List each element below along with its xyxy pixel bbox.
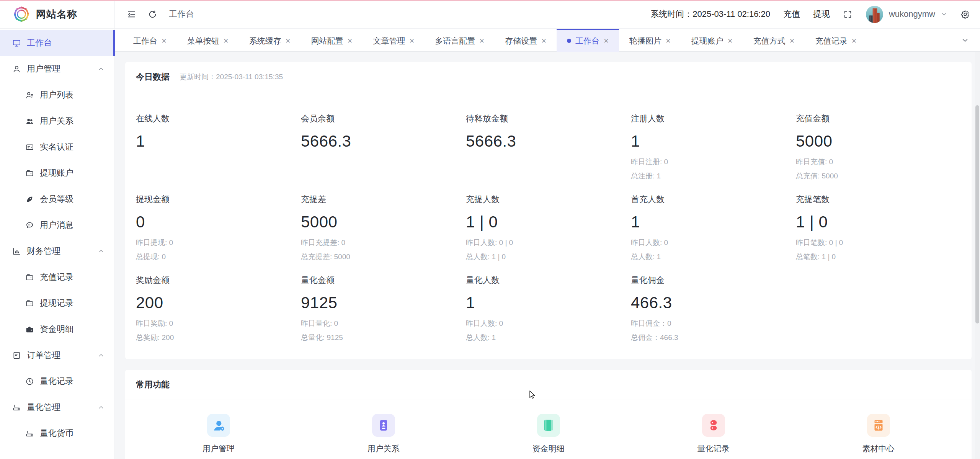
stats-grid: 在线人数1 会员余额5666.3 待释放金额5666.3 注册人数1昨日注册: …	[125, 92, 972, 346]
shortcut-funds-detail[interactable]: 资金明细	[466, 414, 631, 454]
sidebar-item-user-messages[interactable]: 用户消息	[0, 212, 114, 238]
coins-icon	[702, 414, 725, 437]
username: wukongymw	[889, 9, 935, 19]
close-tab-icon[interactable]: ×	[666, 37, 671, 45]
sidebar-item-label: 提现记录	[40, 297, 74, 309]
today-data-card: 今日数据 更新时间：2025-03-11 03:15:35 在线人数1 会员余额…	[125, 62, 972, 359]
tabbar: 工作台× 菜单按钮× 系统缓存× 网站配置× 文章管理× 多语言配置× 存储设置…	[115, 29, 980, 52]
tab-article-management[interactable]: 文章管理×	[363, 29, 425, 52]
sidebar-group-label: 财务管理	[27, 245, 60, 257]
refresh-icon[interactable]	[148, 10, 157, 19]
withdraw-button[interactable]: 提现	[813, 8, 830, 20]
close-tab-icon[interactable]: ×	[851, 37, 856, 45]
sidebar-group-order-management[interactable]: 订单管理	[0, 342, 114, 368]
close-tab-icon[interactable]: ×	[162, 37, 167, 45]
close-tab-icon[interactable]: ×	[728, 37, 733, 45]
sidebar-item-quant-currency[interactable]: 量化货币	[0, 420, 114, 446]
sidebar-item-user-list[interactable]: 用户列表	[0, 82, 114, 108]
sidebar-item-user-relations[interactable]: 用户关系	[0, 108, 114, 134]
chevron-down-icon	[941, 11, 947, 18]
shortcut-user-management[interactable]: 用户管理	[136, 414, 301, 454]
close-tab-icon[interactable]: ×	[541, 37, 546, 45]
sidebar-item-withdraw-records[interactable]: 提现记录	[0, 290, 114, 316]
tab-carousel-images[interactable]: 轮播图片×	[619, 29, 681, 52]
sidebar-group-label: 量化管理	[27, 402, 60, 413]
sidebar-group-user-management[interactable]: 用户管理	[0, 56, 114, 82]
tab-site-config[interactable]: 网站配置×	[301, 29, 363, 52]
close-tab-icon[interactable]: ×	[479, 37, 484, 45]
tab-recharge-records[interactable]: 充值记录×	[805, 29, 867, 52]
sidebar-group-finance-management[interactable]: 财务管理	[0, 238, 114, 264]
stat-cell: 量化人数1昨日人数: 0总人数: 1	[466, 265, 631, 346]
user-list-icon	[25, 91, 34, 100]
stat-cell: 注册人数1昨日注册: 0总注册: 1	[631, 104, 796, 185]
chevron-up-icon	[98, 248, 105, 255]
sidebar-item-workbench[interactable]: 工作台	[0, 30, 114, 56]
code-window-icon	[867, 414, 890, 437]
wallet-icon	[25, 273, 34, 282]
tab-multilang-config[interactable]: 多语言配置×	[425, 29, 495, 52]
tabs-dropdown-icon[interactable]	[961, 36, 969, 44]
id-badge-icon	[372, 414, 395, 437]
chevron-up-icon	[98, 404, 105, 411]
stat-cell: 量化金额9125昨日量化: 0总量化: 9125	[301, 265, 466, 346]
chevron-up-icon	[98, 352, 105, 359]
shortcut-label: 用户管理	[203, 443, 235, 454]
brand-name: 网站名称	[36, 8, 77, 21]
close-tab-icon[interactable]: ×	[409, 37, 414, 45]
close-tab-icon[interactable]: ×	[604, 37, 609, 45]
menu-fold-icon[interactable]	[127, 10, 136, 19]
sidebar-menu: 工作台 用户管理 用户列表 用户关系 实名认证 提现账户	[0, 29, 114, 446]
app-window: 网站名称 工作台 用户管理 用户列表 用户关系 实名认证	[0, 0, 980, 459]
sidebar-item-label: 实名认证	[40, 141, 74, 153]
stat-cell: 充提差5000昨日充提差: 0总充提差: 5000	[301, 185, 466, 265]
scrollbar-thumb[interactable]	[975, 105, 979, 323]
bar-chart-icon	[12, 247, 21, 256]
wallet-filled-icon	[25, 325, 34, 334]
recharge-button[interactable]: 充值	[783, 8, 800, 20]
tab-system-cache[interactable]: 系统缓存×	[239, 29, 301, 52]
sidebar-item-withdraw-accounts[interactable]: 提现账户	[0, 160, 114, 186]
sidebar-item-member-levels[interactable]: 会员等级	[0, 186, 114, 212]
shortcut-quant-records[interactable]: 量化记录	[631, 414, 796, 454]
system-time: 系统时间：2025-03-11 02:16:20	[650, 8, 770, 20]
sidebar-item-realname-auth[interactable]: 实名认证	[0, 134, 114, 160]
progress-bar	[0, 0, 980, 1]
sidebar-item-label: 用户列表	[40, 89, 74, 101]
sidebar-item-label: 资金明细	[40, 323, 74, 335]
wallet-icon	[25, 169, 34, 178]
gear-icon[interactable]	[960, 10, 970, 19]
stat-cell: 量化佣金466.3昨日佣金：0总佣金：466.3	[631, 265, 796, 346]
shortcut-user-relations[interactable]: 用户关系	[301, 414, 466, 454]
tab-storage-settings[interactable]: 存储设置×	[495, 29, 557, 52]
tab-menu-buttons[interactable]: 菜单按钮×	[177, 29, 239, 52]
close-tab-icon[interactable]: ×	[790, 37, 795, 45]
sidebar-item-label: 量化货币	[40, 428, 74, 439]
tab-withdraw-accounts[interactable]: 提现账户×	[681, 29, 743, 52]
user-menu[interactable]: wukongymw	[866, 5, 947, 23]
today-title: 今日数据	[136, 71, 170, 83]
avatar	[866, 5, 884, 23]
wallet-icon	[25, 299, 34, 308]
book-icon	[537, 414, 560, 437]
sidebar-item-label: 工作台	[27, 37, 52, 49]
shortcut-label: 素材中心	[862, 443, 895, 454]
sidebar-item-funds-detail[interactable]: 资金明细	[0, 316, 114, 342]
shortcut-label: 量化记录	[697, 443, 730, 454]
message-icon	[25, 221, 34, 230]
fullscreen-icon[interactable]	[843, 10, 853, 19]
close-tab-icon[interactable]: ×	[348, 37, 353, 45]
sidebar-item-quant-records[interactable]: 量化记录	[0, 368, 114, 394]
close-tab-icon[interactable]: ×	[286, 37, 291, 45]
close-tab-icon[interactable]: ×	[224, 37, 229, 45]
tab-workbench[interactable]: 工作台×	[123, 29, 177, 52]
tab-recharge-methods[interactable]: 充值方式×	[743, 29, 805, 52]
sidebar-item-recharge-records[interactable]: 充值记录	[0, 264, 114, 290]
shortcut-material-center[interactable]: 素材中心	[796, 414, 961, 454]
user-icon	[12, 65, 21, 74]
tab-workbench-active[interactable]: 工作台×	[557, 29, 619, 52]
brand-logo[interactable]: 网站名称	[0, 0, 114, 29]
sidebar-group-quant-management[interactable]: 量化管理	[0, 394, 114, 420]
sidebar-item-label: 用户消息	[40, 219, 74, 231]
shortcut-label: 用户关系	[368, 443, 400, 454]
